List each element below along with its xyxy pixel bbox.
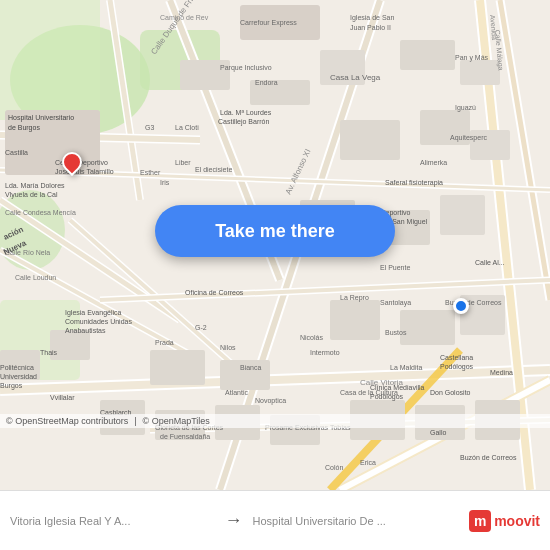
svg-text:Carrefour Express: Carrefour Express xyxy=(240,19,297,27)
svg-text:Castilla: Castilla xyxy=(5,149,28,156)
svg-rect-49 xyxy=(150,350,205,385)
svg-text:Calle Loudun: Calle Loudun xyxy=(15,274,56,281)
svg-text:Erica: Erica xyxy=(360,459,376,466)
svg-text:Colón: Colón xyxy=(325,464,343,471)
svg-text:Endora: Endora xyxy=(255,79,278,86)
svg-text:Gallo: Gallo xyxy=(430,429,446,436)
map-container: Calle Duque de Frías Camino de Rev Av. A… xyxy=(0,0,550,490)
osm-attribution: © OpenStreetMap contributors xyxy=(6,416,128,426)
svg-text:Bustos: Bustos xyxy=(385,329,407,336)
svg-rect-3 xyxy=(0,0,100,120)
origin-label-container: Vitoria Iglesia Real Y A... xyxy=(10,515,215,527)
svg-text:Casa La Vega: Casa La Vega xyxy=(330,73,381,82)
svg-text:Juan Pablo II: Juan Pablo II xyxy=(350,24,391,31)
svg-text:Comunidades Unidas: Comunidades Unidas xyxy=(65,318,132,325)
svg-text:G-2: G-2 xyxy=(195,324,207,331)
svg-text:Prada: Prada xyxy=(155,339,174,346)
svg-text:Alimerka: Alimerka xyxy=(420,159,447,166)
map-attribution: © OpenStreetMap contributors | © OpenMap… xyxy=(0,414,550,428)
svg-text:Saferal fisioterapia: Saferal fisioterapia xyxy=(385,179,443,187)
svg-text:La Maldita: La Maldita xyxy=(390,364,422,371)
svg-text:Don Golosito: Don Golosito xyxy=(430,389,471,396)
svg-text:Aquitesperc: Aquitesperc xyxy=(450,134,487,142)
svg-text:Hospital Universitario: Hospital Universitario xyxy=(8,114,74,122)
svg-text:Liber: Liber xyxy=(175,159,191,166)
svg-rect-39 xyxy=(460,60,500,85)
svg-text:Vvillalar: Vvillalar xyxy=(50,394,75,401)
svg-text:Calle Al...: Calle Al... xyxy=(475,259,505,266)
svg-text:Burgos: Burgos xyxy=(0,382,23,390)
svg-text:Podólogos: Podólogos xyxy=(440,363,474,371)
svg-rect-38 xyxy=(400,40,455,70)
moovit-brand-name: moovit xyxy=(494,513,540,529)
svg-text:Lda. María Dolores: Lda. María Dolores xyxy=(5,182,65,189)
bottom-navigation-bar: Vitoria Iglesia Real Y A... → Hospital U… xyxy=(0,490,550,550)
svg-text:Esther: Esther xyxy=(140,169,161,176)
moovit-logo: m moovit xyxy=(461,510,540,532)
svg-text:Pan y Más: Pan y Más xyxy=(455,54,489,62)
svg-text:Vlyuela de la Cal: Vlyuela de la Cal xyxy=(5,191,58,199)
svg-text:El Puente: El Puente xyxy=(380,264,410,271)
svg-text:Medina: Medina xyxy=(490,369,513,376)
svg-text:Camino de Rev: Camino de Rev xyxy=(160,14,209,21)
svg-text:Iglesia de San: Iglesia de San xyxy=(350,14,394,22)
svg-text:Novoptica: Novoptica xyxy=(255,397,286,405)
svg-text:El diecisiete: El diecisiete xyxy=(195,166,232,173)
svg-text:Parque Inclusivo: Parque Inclusivo xyxy=(220,64,272,72)
take-me-there-button[interactable]: Take me there xyxy=(155,205,395,257)
svg-text:Anabautistas: Anabautistas xyxy=(65,327,106,334)
destination-location-label: Hospital Universitario De ... xyxy=(253,515,458,527)
attribution-separator: | xyxy=(134,416,136,426)
svg-text:de Fuensaldaña: de Fuensaldaña xyxy=(160,433,210,440)
svg-text:Iglesia Evangélica: Iglesia Evangélica xyxy=(65,309,122,317)
svg-text:Castellana: Castellana xyxy=(440,354,473,361)
svg-text:de Burgos: de Burgos xyxy=(8,124,40,132)
svg-text:Nilos: Nilos xyxy=(220,344,236,351)
svg-text:La Cloti: La Cloti xyxy=(175,124,199,131)
svg-text:Iris: Iris xyxy=(160,179,170,186)
svg-text:Politécnica: Politécnica xyxy=(0,364,34,371)
moovit-logo-icon: m xyxy=(469,510,491,532)
svg-rect-47 xyxy=(400,310,455,345)
svg-text:Casa de la Cultura: Casa de la Cultura xyxy=(340,389,398,396)
direction-arrow: → xyxy=(219,510,249,531)
svg-text:Castillejo Barrón: Castillejo Barrón xyxy=(218,118,269,126)
svg-text:Santolaya: Santolaya xyxy=(380,299,411,307)
svg-text:Iguazú: Iguazú xyxy=(455,104,476,112)
svg-text:G3: G3 xyxy=(145,124,154,131)
svg-text:Nicolás: Nicolás xyxy=(300,334,323,341)
destination-label-container: Hospital Universitario De ... xyxy=(253,515,458,527)
svg-text:Bianca: Bianca xyxy=(240,364,262,371)
svg-rect-46 xyxy=(330,300,380,340)
svg-text:Lda. Mª Lourdes: Lda. Mª Lourdes xyxy=(220,109,272,116)
origin-pin xyxy=(62,152,82,172)
svg-text:Calle Condesa Mencía: Calle Condesa Mencía xyxy=(5,209,76,216)
svg-text:Thais: Thais xyxy=(40,349,58,356)
destination-dot xyxy=(453,298,469,314)
svg-text:La Repro: La Repro xyxy=(340,294,369,302)
svg-text:Buzón de Correos: Buzón de Correos xyxy=(460,454,517,461)
svg-text:Universidad: Universidad xyxy=(0,373,37,380)
tiles-attribution: © OpenMapTiles xyxy=(143,416,210,426)
svg-text:Intermoto: Intermoto xyxy=(310,349,340,356)
svg-rect-45 xyxy=(440,195,485,235)
svg-text:Oficina de Correos: Oficina de Correos xyxy=(185,289,244,296)
svg-text:Atlantic: Atlantic xyxy=(225,389,248,396)
origin-location-label: Vitoria Iglesia Real Y A... xyxy=(10,515,215,527)
svg-rect-40 xyxy=(340,120,400,160)
